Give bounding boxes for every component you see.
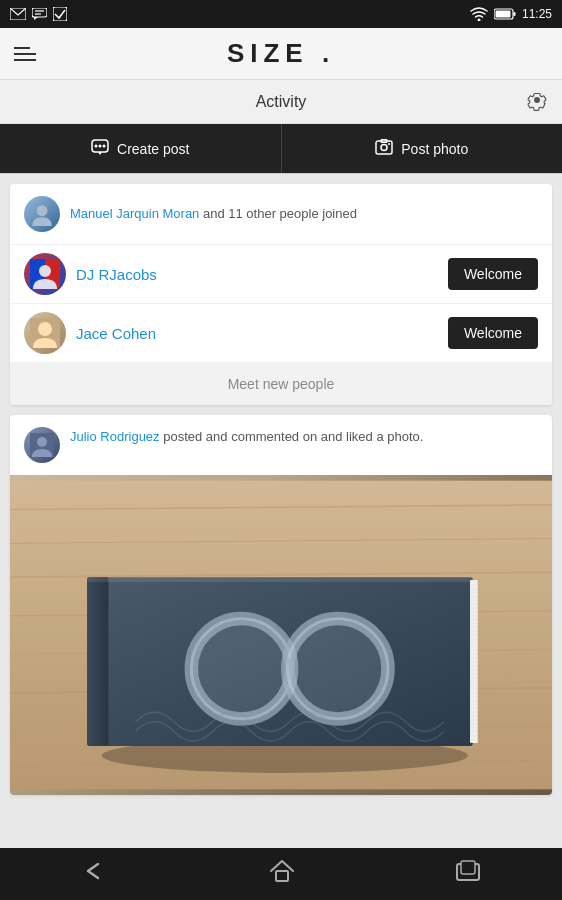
joined-user-name[interactable]: Manuel Jarquin Moran [70, 206, 199, 221]
activity-row: Julio Rodriguez posted and commented on … [10, 415, 552, 475]
avatar-mm-inner [24, 196, 60, 232]
activity-user-name[interactable]: Julio Rodriguez [70, 429, 160, 444]
settings-icon[interactable] [526, 89, 548, 115]
person-row-1: Jace Cohen Welcome [10, 304, 552, 363]
svg-rect-86 [276, 871, 288, 881]
create-post-button[interactable]: Create post [0, 124, 282, 173]
svg-point-17 [388, 143, 390, 145]
svg-point-83 [288, 619, 388, 719]
avatar-julio-rodriguez [24, 427, 60, 463]
activity-header: Activity [0, 80, 562, 124]
post-photo-icon [375, 139, 393, 159]
svg-rect-88 [461, 861, 475, 874]
top-nav: SIZE . [0, 28, 562, 80]
joined-row: Manuel Jarquin Moran and 11 other people… [10, 184, 552, 245]
svg-point-15 [381, 144, 387, 150]
svg-point-18 [37, 205, 48, 216]
meet-new-people-row[interactable]: Meet new people [10, 363, 552, 405]
avatar-jr-inner [24, 427, 60, 463]
book-photo-svg [10, 475, 552, 795]
avatar-jace-cohen [24, 312, 66, 354]
svg-point-25 [37, 437, 47, 447]
person-name-0[interactable]: DJ RJacobs [76, 266, 438, 283]
sms-icon [32, 8, 47, 20]
activity-post-card: Julio Rodriguez posted and commented on … [10, 415, 552, 795]
activity-title: Activity [256, 93, 307, 111]
check-icon [53, 7, 67, 21]
svg-point-13 [103, 144, 106, 147]
welcome-button-1[interactable]: Welcome [448, 317, 538, 349]
svg-rect-85 [87, 577, 473, 582]
svg-point-12 [99, 144, 102, 147]
svg-rect-38 [470, 580, 478, 743]
meet-new-people-label: Meet new people [228, 376, 335, 392]
mail-icon [10, 8, 26, 20]
svg-rect-8 [495, 11, 510, 18]
svg-point-81 [191, 619, 291, 719]
back-button[interactable] [80, 859, 108, 889]
activity-photo [10, 475, 552, 795]
post-photo-label: Post photo [401, 141, 468, 157]
avatar-mm [24, 196, 60, 232]
svg-point-11 [95, 144, 98, 147]
bottom-nav [0, 848, 562, 900]
svg-point-21 [39, 265, 51, 277]
status-icons-left [10, 7, 67, 21]
svg-rect-1 [32, 8, 47, 17]
hamburger-line-2 [14, 53, 36, 55]
hamburger-menu[interactable] [14, 47, 36, 61]
svg-point-23 [38, 322, 52, 336]
avatar-jc-inner [24, 312, 66, 354]
hamburger-line-1 [14, 47, 30, 49]
main-content: Manuel Jarquin Moran and 11 other people… [0, 174, 562, 848]
home-button[interactable] [269, 859, 295, 889]
app-title: SIZE . [227, 38, 335, 69]
action-buttons: Create post Post photo [0, 124, 562, 174]
status-icons-right: 11:25 [470, 7, 552, 21]
svg-point-6 [477, 19, 480, 22]
create-post-label: Create post [117, 141, 189, 157]
avatar-dj-rjacobs [24, 253, 66, 295]
person-name-1[interactable]: Jace Cohen [76, 325, 438, 342]
battery-icon [494, 8, 516, 20]
svg-rect-37 [87, 577, 108, 746]
wifi-icon [470, 7, 488, 21]
status-bar: 11:25 [0, 0, 562, 28]
welcome-button-0[interactable]: Welcome [448, 258, 538, 290]
joined-card: Manuel Jarquin Moran and 11 other people… [10, 184, 552, 405]
create-post-icon [91, 139, 109, 159]
svg-rect-9 [513, 12, 515, 16]
joined-text: Manuel Jarquin Moran and 11 other people… [70, 205, 357, 223]
time-display: 11:25 [522, 7, 552, 21]
recents-button[interactable] [456, 860, 482, 888]
post-photo-button[interactable]: Post photo [282, 124, 563, 173]
person-row-0: DJ RJacobs Welcome [10, 245, 552, 304]
hamburger-line-3 [14, 59, 36, 61]
joined-action-text: and 11 other people joined [199, 206, 357, 221]
activity-text: Julio Rodriguez posted and commented on … [70, 427, 423, 447]
avatar-dj-inner [24, 253, 66, 295]
activity-action-text: posted and commented on and liked a phot… [160, 429, 424, 444]
